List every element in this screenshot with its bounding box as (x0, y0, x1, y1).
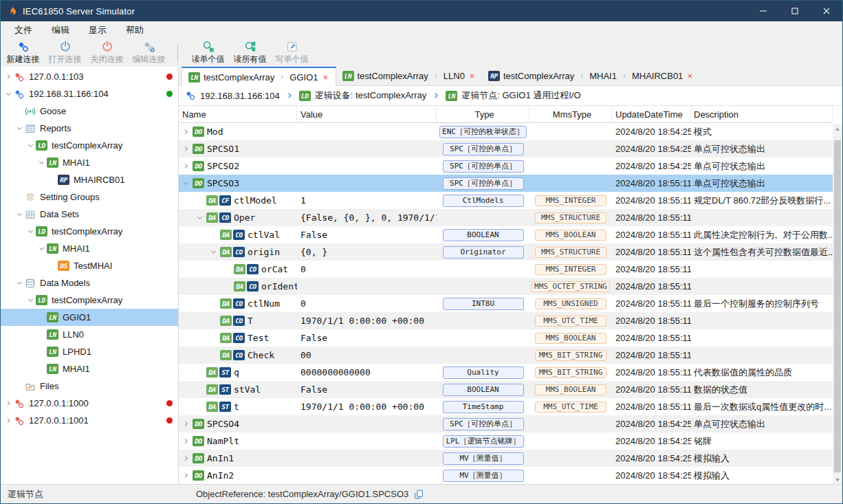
table-row-check[interactable]: DACOCheck00MMS_BIT_STRING2024/8/20 18:55… (179, 347, 833, 364)
tree-item-data-sets[interactable]: Data Sets (1, 206, 178, 223)
close-button[interactable] (811, 1, 842, 21)
type-badge[interactable]: TimeStamp (443, 401, 524, 413)
tree-item-ggio1[interactable]: LNGGIO1 (1, 309, 178, 326)
table-row-spcso4[interactable]: DOSPCSO4SPC［可控的单点］2024/8/20 18:54:25单点可控… (179, 415, 833, 432)
read-single-value-button[interactable]: 读单个值 (187, 40, 229, 66)
tree-item-testmhai[interactable]: DSTestMHAI (1, 257, 178, 274)
tree-item-setting-groups[interactable]: Setting Groups (1, 188, 178, 206)
type-badge[interactable]: SPC［可控的单点］ (443, 143, 524, 155)
type-badge[interactable]: BOOLEAN (443, 229, 524, 241)
breadcrumb-logical-device[interactable]: 逻辑设备: testComplexArray (315, 89, 427, 102)
tab-testcomplexarray-lln0[interactable]: LNtestComplexArrayLLN0 (336, 67, 482, 85)
table-row-anin1[interactable]: DOAnIn1MV［测量值］2024/8/20 18:54:25模拟输入 (179, 450, 833, 467)
tree-item-reports[interactable]: Reports (1, 120, 178, 137)
expander-icon[interactable] (181, 470, 191, 481)
tab-close-icon[interactable] (322, 74, 329, 81)
column-header-value[interactable]: Value (297, 106, 437, 122)
copy-icon[interactable] (413, 489, 424, 500)
type-badge[interactable]: BOOLEAN (443, 384, 524, 396)
menu-item-edit[interactable]: 编辑 (42, 21, 79, 39)
table-row-namplt[interactable]: DONamPltLPL［逻辑节点铭牌］2024/8/20 18:54:25铭牌 (179, 432, 833, 450)
breadcrumb-host[interactable]: 192.168.31.166:104 (200, 91, 280, 101)
tree-item-192.168.31.166:104[interactable]: 192.168.31.166:104 (1, 85, 178, 102)
table-row-spcso2[interactable]: DOSPCSO2SPC［可控的单点］2024/8/20 18:54:25单点可控… (179, 157, 833, 175)
type-badge[interactable]: MV［测量值］ (443, 470, 524, 482)
expander-icon[interactable] (181, 436, 191, 446)
expander-icon[interactable] (25, 295, 36, 305)
expander-icon[interactable] (14, 209, 25, 219)
type-badge[interactable]: Quality (443, 366, 524, 379)
column-header-type[interactable]: Type (437, 106, 529, 122)
tree-item-goose[interactable]: Goose (1, 102, 178, 120)
table-row-oper[interactable]: DACOOper{False, {0, }, 0, 1970/1/1...MMS… (179, 209, 833, 226)
tree-item-127.0.0.1:1000[interactable]: 127.0.0.1:1000 (1, 395, 178, 412)
table-row-t[interactable]: DASTt1970/1/1 0:00:00 +00:00TimeStampMMS… (179, 398, 833, 415)
tree-item-testcomplexarray[interactable]: LDtestComplexArray (1, 223, 178, 240)
table-row-ctlnum[interactable]: DACOctlNum0INT8UMMS_UNSIGNED2024/8/20 18… (179, 295, 833, 312)
tree-item-mhai1[interactable]: LNMHAI1 (1, 154, 178, 171)
expander-icon[interactable] (14, 278, 25, 288)
table-row-anin2[interactable]: DOAnIn2MV［测量值］2024/8/20 18:54:25模拟输入 (179, 467, 833, 484)
tree-item-files[interactable]: Files (1, 377, 178, 395)
table-row-stval[interactable]: DASTstValFalseBOOLEANMMS_BOOLEAN2024/8/2… (179, 381, 833, 398)
type-badge[interactable]: SPC［可控的单点］ (443, 160, 524, 173)
edit-connection-button[interactable]: 编辑连接 (128, 40, 170, 66)
tab-testcomplexarray-mhai1-mhaircb01[interactable]: RPtestComplexArrayMHAI1MHAIRCB01 (482, 67, 700, 85)
tree-item-lln0[interactable]: LNLLN0 (1, 326, 178, 343)
column-header-description[interactable]: Description (691, 106, 833, 122)
expander-icon[interactable] (14, 123, 25, 133)
scroll-up-button[interactable] (833, 124, 842, 135)
expander-icon[interactable] (195, 212, 205, 223)
close-connection-button[interactable]: 关闭连接 (86, 40, 128, 66)
tree-item-testcomplexarray[interactable]: LDtestComplexArray (1, 137, 178, 154)
expander-icon[interactable] (181, 144, 191, 154)
type-badge[interactable]: ENC［可控的枚举状态］ (439, 126, 527, 138)
table-row-ctlval[interactable]: DACOctlValFalseBOOLEANMMS_BOOLEAN2024/8/… (179, 226, 833, 243)
menu-item-view[interactable]: 显示 (79, 21, 116, 39)
table-row-ctlmodel[interactable]: DACFctlModel1CtlModelsMMS_INTEGER2024/8/… (179, 192, 833, 209)
tree-item-mhaircb01[interactable]: RPMHAIRCB01 (1, 171, 178, 188)
table-row-mod[interactable]: DOModENC［可控的枚举状态］2024/8/20 18:54:25模式 (179, 123, 833, 140)
expander-icon[interactable] (181, 127, 191, 137)
table-row-orcat[interactable]: DACOorCat0MMS_INTEGER2024/8/20 18:55:11 (179, 261, 833, 278)
tab-close-icon[interactable] (686, 72, 694, 80)
table-scrollbar[interactable] (833, 124, 842, 485)
tree-item-testcomplexarray[interactable]: LDtestComplexArray (1, 292, 178, 309)
table-row-test[interactable]: DACOTestFalseMMS_BOOLEAN2024/8/20 18:55:… (179, 329, 833, 347)
type-badge[interactable]: INT8U (443, 298, 524, 310)
column-header-updatedatetime[interactable]: UpdateDateTime (612, 106, 691, 122)
expander-icon[interactable] (36, 157, 47, 168)
scrollbar-thumb[interactable] (834, 140, 841, 472)
expander-icon[interactable] (36, 243, 47, 254)
tree-item-mhai1[interactable]: LNMHAI1 (1, 240, 178, 257)
expander-icon[interactable] (25, 226, 36, 237)
expander-icon[interactable] (3, 415, 14, 426)
expander-icon[interactable] (3, 398, 14, 408)
tab-close-icon[interactable] (468, 72, 476, 80)
column-header-name[interactable]: Name (179, 106, 297, 122)
expander-icon[interactable] (3, 89, 14, 99)
expander-icon[interactable] (181, 453, 191, 463)
type-badge[interactable]: SPC［可控的单点］ (443, 418, 524, 430)
table-row-orident[interactable]: DACOorIdentMMS_OCTET_STRING2024/8/20 18:… (179, 278, 833, 295)
type-badge[interactable]: Originator (443, 246, 524, 259)
table-row-t[interactable]: DACOT1970/1/1 0:00:00 +00:00MMS_UTC_TIME… (179, 312, 833, 329)
expander-icon[interactable] (181, 419, 191, 429)
menu-item-file[interactable]: 文件 (5, 21, 42, 39)
table-row-spcso3[interactable]: DOSPCSO3SPC［可控的单点］2024/8/20 18:55:11单点可控… (179, 175, 833, 192)
type-badge[interactable]: SPC［可控的单点］ (443, 177, 524, 190)
table-row-q[interactable]: DASTq0000000000000QualityMMS_BIT_STRING2… (179, 364, 833, 381)
tree-item-lphd1[interactable]: LNLPHD1 (1, 343, 178, 360)
type-badge[interactable]: CtlModels (443, 195, 524, 207)
expander-icon[interactable] (3, 72, 14, 82)
menu-item-help[interactable]: 帮助 (116, 21, 153, 39)
new-connection-button[interactable]: 新建连接 (2, 40, 44, 66)
expander-icon[interactable] (25, 140, 36, 151)
tree-item-data-models[interactable]: Data Models (1, 274, 178, 292)
write-single-value-button[interactable]: 写单个值 (271, 40, 313, 66)
tree-item-mhai1[interactable]: LNMHAI1 (1, 360, 178, 377)
type-badge[interactable]: MV［测量值］ (443, 452, 524, 465)
maximize-button[interactable] (779, 1, 811, 21)
expander-icon[interactable] (181, 178, 191, 188)
table-row-spcso1[interactable]: DOSPCSO1SPC［可控的单点］2024/8/20 18:54:25单点可控… (179, 140, 833, 157)
